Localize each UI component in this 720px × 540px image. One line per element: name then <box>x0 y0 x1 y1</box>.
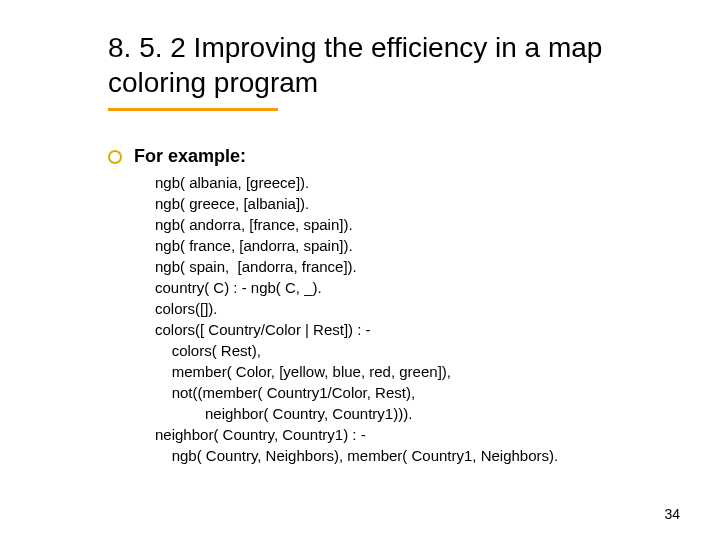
bullet-label: For example: <box>134 146 246 167</box>
bullet-item: For example: <box>108 146 246 167</box>
title-underline <box>108 108 278 111</box>
slide-title: 8. 5. 2 Improving the efficiency in a ma… <box>108 30 668 100</box>
bullet-circle-icon <box>108 150 122 164</box>
page-number: 34 <box>664 506 680 522</box>
code-block: ngb( albania, [greece]). ngb( greece, [a… <box>155 172 695 466</box>
slide: 8. 5. 2 Improving the efficiency in a ma… <box>0 0 720 540</box>
